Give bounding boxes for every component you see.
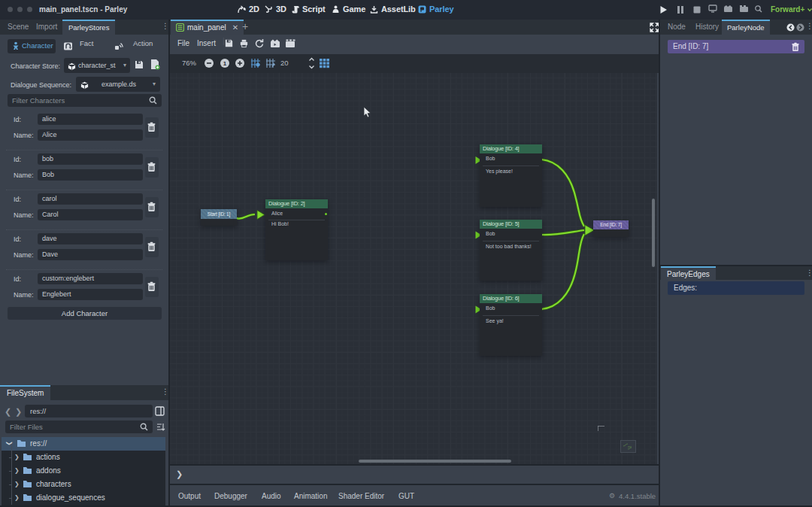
svg-text:1: 1 (223, 60, 227, 67)
